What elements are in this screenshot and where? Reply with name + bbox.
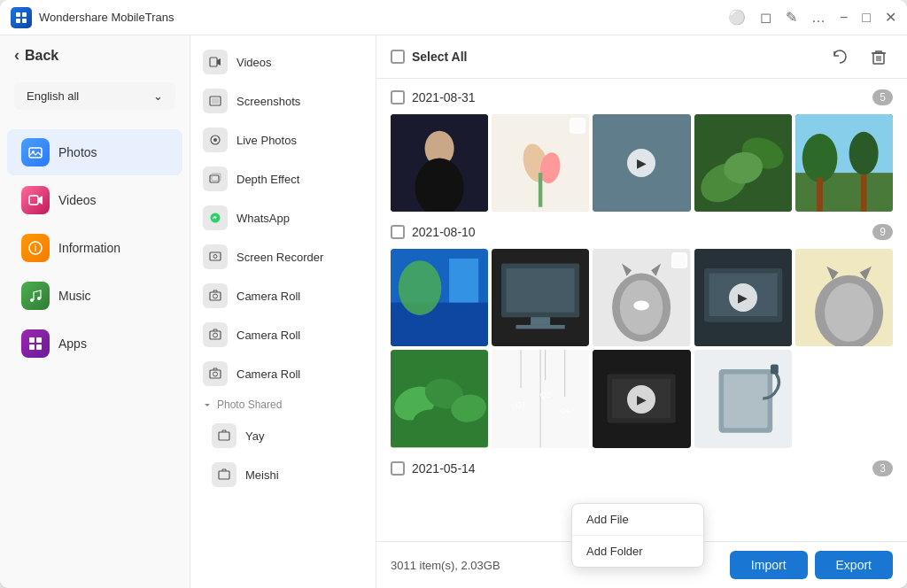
undo-button[interactable] xyxy=(826,43,854,71)
photo-cell[interactable] xyxy=(492,249,589,346)
panel-item-camera-roll-3[interactable]: Camera Roll xyxy=(190,354,376,393)
language-dropdown[interactable]: English all ⌄ xyxy=(14,82,175,110)
svg-point-71 xyxy=(634,301,650,311)
panel-item-camera-roll-1[interactable]: Camera Roll xyxy=(190,276,376,315)
photo-cell[interactable] xyxy=(795,114,893,212)
sidebar-item-music[interactable]: Music xyxy=(7,273,182,319)
add-folder-menu-item[interactable]: Add Folder xyxy=(572,536,703,567)
panel-item-depth-effect[interactable]: Depth Effect xyxy=(190,159,376,198)
photo-cell[interactable] xyxy=(795,249,893,346)
photo-cell[interactable] xyxy=(391,350,488,447)
photos-scroll-area[interactable]: 2021-08-31 5 xyxy=(376,79,907,541)
svg-text:Q1: Q1 xyxy=(516,400,526,409)
date-section-1: 2021-08-31 5 xyxy=(391,88,893,212)
photo-checkbox[interactable] xyxy=(671,252,687,268)
svg-point-9 xyxy=(30,298,34,302)
import-button[interactable]: Import xyxy=(730,551,808,579)
play-button[interactable]: ▶ xyxy=(627,385,655,414)
sidebar-navigation: Photos Videos i xyxy=(0,120,190,588)
maximize-icon[interactable]: □ xyxy=(862,10,871,26)
panel-item-whatsapp[interactable]: WhatsApp xyxy=(190,198,376,237)
play-button[interactable]: ▶ xyxy=(729,283,757,312)
videos-nav-icon xyxy=(21,186,50,214)
photo-shared-section: Photo Shared xyxy=(190,393,376,416)
minimize-icon[interactable]: − xyxy=(840,10,848,26)
photos-nav-icon xyxy=(21,138,50,166)
date-label-1: 2021-08-31 xyxy=(412,90,476,104)
screenshots-panel-icon xyxy=(203,89,228,113)
live-photos-panel-icon xyxy=(203,128,228,152)
add-file-menu-item[interactable]: Add File xyxy=(572,504,703,535)
play-button[interactable]: ▶ xyxy=(627,149,655,177)
svg-text:Q4: Q4 xyxy=(561,406,570,414)
photo-cell[interactable] xyxy=(593,249,690,346)
photo-cell[interactable]: Q1 Q2 Q4 xyxy=(492,350,589,447)
photo-cell[interactable] xyxy=(694,350,792,447)
close-icon[interactable]: ✕ xyxy=(885,9,896,26)
panel-item-meishi[interactable]: Meishi xyxy=(190,455,376,494)
photo-checkbox[interactable] xyxy=(570,118,585,134)
panel-item-videos[interactable]: Videos xyxy=(190,43,376,81)
toolbar-right xyxy=(826,43,893,71)
yay-panel-icon xyxy=(212,423,236,448)
sidebar-item-videos[interactable]: Videos xyxy=(7,177,182,223)
back-button[interactable]: ‹ Back xyxy=(0,35,190,75)
svg-rect-61 xyxy=(507,268,575,313)
svg-rect-63 xyxy=(516,325,565,329)
sidebar: ‹ Back English all ⌄ xyxy=(0,35,190,588)
export-button[interactable]: Export xyxy=(815,551,893,579)
toolbar-left: Select All xyxy=(391,50,468,64)
svg-rect-57 xyxy=(449,259,478,303)
photo-cell[interactable] xyxy=(694,114,792,212)
svg-rect-104 xyxy=(771,365,779,375)
panel-item-screenshots[interactable]: Screenshots xyxy=(190,81,376,120)
sidebar-item-information[interactable]: i Information xyxy=(7,225,182,271)
photo-cell[interactable] xyxy=(391,249,488,346)
sidebar-item-photos[interactable]: Photos xyxy=(7,129,182,175)
photo-grid-2b: Q1 Q2 Q4 xyxy=(391,350,893,447)
svg-rect-4 xyxy=(29,148,42,158)
svg-point-19 xyxy=(213,138,217,142)
middle-panel: Videos Screenshots Live xyxy=(190,35,376,588)
photo-cell[interactable]: ▶ xyxy=(593,114,690,212)
date-header-2: 2021-08-10 9 xyxy=(391,222,893,242)
photo-cell[interactable]: ▶ xyxy=(593,350,690,447)
panel-item-camera-roll-3-label: Camera Roll xyxy=(236,368,300,381)
panel-item-yay[interactable]: Yay xyxy=(190,416,376,455)
select-all-label[interactable]: Select All xyxy=(412,50,468,64)
person-icon[interactable]: ⚪ xyxy=(728,9,746,26)
sidebar-item-apps[interactable]: Apps xyxy=(7,321,182,367)
panel-item-screen-recorder[interactable]: Screen Recorder xyxy=(190,237,376,276)
svg-rect-25 xyxy=(210,292,221,300)
titlebar-controls: ⚪ ◻ ✎ … − □ ✕ xyxy=(728,9,896,26)
photo-grid-1: ▶ xyxy=(391,114,893,212)
photo-cell[interactable]: ▶ xyxy=(694,249,792,346)
svg-rect-13 xyxy=(29,344,35,350)
photo-cell[interactable] xyxy=(492,114,589,212)
svg-rect-27 xyxy=(210,331,221,339)
date-checkbox-1[interactable] xyxy=(391,90,405,104)
panel-item-camera-roll-2[interactable]: Camera Roll xyxy=(190,315,376,354)
date-label-2: 2021-08-10 xyxy=(412,225,476,239)
music-nav-icon xyxy=(21,282,50,310)
menu-icon[interactable]: … xyxy=(811,10,826,26)
date-checkbox-2[interactable] xyxy=(391,225,405,239)
panel-item-screen-recorder-label: Screen Recorder xyxy=(236,251,323,264)
edit-icon[interactable]: ✎ xyxy=(786,9,797,26)
panel-item-camera-roll-1-label: Camera Roll xyxy=(236,290,300,303)
count-badge-3: 3 xyxy=(872,460,893,476)
date-header-left-3: 2021-05-14 xyxy=(391,461,476,476)
whatsapp-panel-icon xyxy=(203,205,228,230)
svg-rect-2 xyxy=(16,19,20,23)
select-all-checkbox[interactable] xyxy=(391,50,405,64)
date-checkbox-3[interactable] xyxy=(391,461,405,476)
photo-cell[interactable] xyxy=(391,114,488,212)
depth-effect-panel-icon xyxy=(203,166,228,191)
svg-point-77 xyxy=(825,283,873,342)
videos-panel-icon xyxy=(203,50,228,74)
window-icon[interactable]: ◻ xyxy=(760,9,771,26)
delete-button[interactable] xyxy=(864,43,893,71)
photos-nav-label: Photos xyxy=(58,145,97,159)
panel-item-live-photos[interactable]: Live Photos xyxy=(190,120,376,159)
date-header-1: 2021-08-31 5 xyxy=(391,88,893,107)
